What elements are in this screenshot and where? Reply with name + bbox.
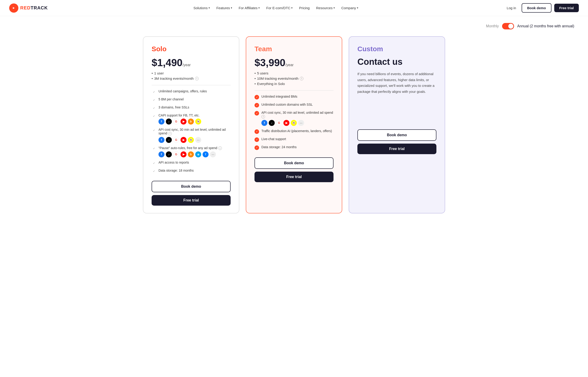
nav-pricing[interactable]: Pricing: [299, 6, 310, 10]
chevron-down-icon: ▾: [334, 6, 335, 9]
snapchat-icon: 👻: [195, 118, 201, 125]
snapchat-icon: 👻: [188, 137, 194, 143]
feature-item: ✓ "Pause" auto-rules, free for any ad sp…: [152, 146, 231, 158]
feature-item: ✓ Unlimited custom domains with SSL: [254, 103, 334, 107]
custom-book-demo-button[interactable]: Book demo: [357, 129, 436, 141]
facebook-icon: f: [159, 151, 164, 157]
youtube-icon: ▶: [181, 118, 186, 125]
login-button[interactable]: Log in: [504, 4, 519, 12]
feature-item: ✓ API cost sync, 30 min ad level, unlimi…: [254, 111, 334, 126]
nav-resources[interactable]: Resources ▾: [316, 6, 335, 10]
solo-free-trial-button[interactable]: Free trial: [152, 195, 231, 206]
info-icon[interactable]: i: [168, 132, 172, 136]
bing-icon: b: [188, 118, 194, 125]
pricing-section: Solo $1,490/year • 1 user • 3M tracking …: [0, 34, 588, 227]
check-icon: ✓: [254, 95, 259, 99]
free-trial-button[interactable]: Free trial: [554, 4, 579, 12]
solo-price-container: $1,490/year: [152, 57, 231, 69]
custom-free-trial-button[interactable]: Free trial: [357, 144, 436, 154]
team-free-trial-button[interactable]: Free trial: [254, 172, 334, 182]
logo-icon: [9, 3, 18, 13]
social-icons: f ♪ G ▶ b ⊞ T ···: [159, 151, 222, 157]
info-icon[interactable]: i: [218, 146, 222, 150]
custom-contact-label: Contact us: [357, 57, 436, 67]
feature-item: ✓ Traffic distribution AI (placements, l…: [254, 129, 334, 134]
navbar: REDTRACK Solutions ▾ Features ▾ For Affi…: [0, 0, 588, 16]
facebook-icon: f: [261, 120, 267, 126]
google-icon: G: [276, 120, 282, 126]
youtube-icon: ▶: [181, 151, 186, 157]
google-icon: G: [173, 137, 179, 143]
book-demo-button[interactable]: Book demo: [522, 3, 552, 13]
solo-price: $1,490: [152, 57, 183, 68]
tiktok-icon: ♪: [269, 120, 275, 126]
youtube-icon: ▶: [283, 120, 289, 126]
check-icon: ✓: [254, 145, 259, 150]
nav-features[interactable]: Features ▾: [216, 6, 232, 10]
check-icon: ✓: [152, 106, 156, 110]
info-icon[interactable]: i: [261, 115, 265, 118]
youtube-icon: ▶: [181, 137, 186, 143]
social-icons: f ♪ G ▶ 👻 ···: [261, 120, 334, 126]
more-icon: ···: [195, 137, 201, 143]
solo-features-list: ✓ Unlimited campaigns, offers, rules ✓ 5…: [152, 89, 231, 174]
feature-item: ✓ 3 domains, free SSLs: [152, 106, 231, 110]
check-icon: ✓: [152, 161, 156, 165]
feature-item: ✓ API access to reports: [152, 161, 231, 165]
team-meta-everything: • Everything in Solo: [254, 82, 334, 86]
tiktok-icon: ♪: [166, 151, 172, 157]
nav-ecom[interactable]: For E-com/DTC ▾: [266, 6, 293, 10]
google-icon: G: [173, 151, 179, 157]
check-icon: ✓: [254, 137, 259, 142]
solo-meta-users: • 1 user: [152, 71, 231, 75]
billing-toggle-switch[interactable]: [502, 23, 514, 29]
feature-item: ✓ Data storage: 24 months: [254, 145, 334, 150]
check-icon: ✓: [254, 111, 259, 116]
divider: [254, 90, 334, 91]
social-icons: f ♪ G ▶ b 👻: [159, 118, 201, 125]
feature-item: ✓ CAPI support for FB, TT, etc. f ♪ G ▶ …: [152, 114, 231, 125]
solo-meta: • 1 user • 3M tracking events/month i: [152, 71, 231, 80]
solo-book-demo-button[interactable]: Book demo: [152, 181, 231, 192]
nav-solutions[interactable]: Solutions ▾: [193, 6, 210, 10]
snapchat-icon: 👻: [291, 120, 297, 126]
facebook-icon: f: [159, 137, 164, 143]
feature-item: ✓ Data storage: 18 months: [152, 169, 231, 174]
team-meta-users: • 5 users: [254, 71, 334, 75]
check-icon: ✓: [254, 129, 259, 134]
solo-price-unit: /year: [183, 63, 191, 67]
more-icon: ···: [298, 120, 304, 126]
nav-company[interactable]: Company ▾: [341, 6, 358, 10]
feature-item: ✓ Unlimited campaigns, offers, rules: [152, 89, 231, 94]
billing-toggle: Monthly Annual (2 months free with annua…: [0, 16, 588, 34]
annual-label: Annual (2 months free with annual): [517, 24, 574, 28]
custom-card-buttons: Book demo Free trial: [357, 122, 436, 154]
check-icon: ✓: [152, 128, 156, 132]
chevron-down-icon: ▾: [208, 6, 210, 9]
logo[interactable]: REDTRACK: [9, 3, 48, 13]
more-icon: ···: [210, 151, 216, 157]
custom-description: If you need billions of events, dozens o…: [357, 71, 436, 94]
tiktok-icon: ♪: [166, 118, 172, 125]
logo-text: REDTRACK: [20, 5, 48, 11]
team-plan-name: Team: [254, 45, 334, 53]
nav-actions: Log in Book demo Free trial: [504, 3, 579, 13]
solo-card: Solo $1,490/year • 1 user • 3M tracking …: [143, 36, 239, 213]
nav-affiliates[interactable]: For Affiliates ▾: [239, 6, 260, 10]
team-book-demo-button[interactable]: Book demo: [254, 157, 334, 169]
bing-icon: b: [188, 151, 194, 157]
info-icon[interactable]: i: [300, 77, 303, 80]
team-card: Team $3,990/year • 5 users • 10M trackin…: [246, 36, 342, 213]
facebook-icon: f: [159, 118, 164, 125]
custom-card: Custom Contact us If you need billions o…: [349, 36, 445, 213]
team-price-unit: /year: [286, 63, 294, 67]
chevron-down-icon: ▾: [258, 6, 260, 9]
nav-links: Solutions ▾ Features ▾ For Affiliates ▾ …: [193, 6, 358, 10]
chevron-down-icon: ▾: [231, 6, 232, 9]
feature-item: ✓ API cost sync, 30 min ad set level, un…: [152, 128, 231, 143]
chevron-down-icon: ▾: [291, 6, 293, 9]
check-icon: ✓: [152, 98, 156, 102]
info-icon[interactable]: i: [195, 77, 199, 80]
team-price-container: $3,990/year: [254, 57, 334, 69]
chevron-down-icon: ▾: [357, 6, 358, 9]
